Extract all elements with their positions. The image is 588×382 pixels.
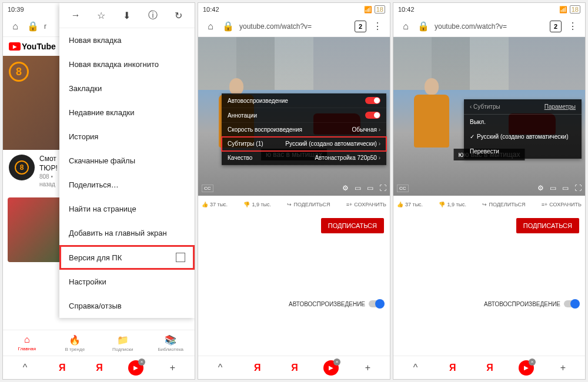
- download-icon[interactable]: ⬇: [121, 9, 133, 22]
- nav-home[interactable]: ⌂Главная: [3, 330, 51, 356]
- youtube-tab-icon[interactable]: ▶×: [128, 360, 143, 376]
- yandex-icon[interactable]: Я: [54, 360, 71, 376]
- more-icon[interactable]: ⋮: [371, 20, 384, 33]
- menu-top-row: → ☆ ⬇ ⓘ ↻: [59, 3, 195, 28]
- setting-autoplay[interactable]: Автовоспроизведение: [222, 93, 386, 108]
- reload-icon[interactable]: ↻: [172, 9, 185, 22]
- signal-icon: 📶: [364, 6, 372, 14]
- youtube-tab-icon[interactable]: ▶×: [519, 360, 534, 376]
- menu-desktop-version[interactable]: Версия для ПК: [59, 245, 195, 270]
- miniplayer-icon[interactable]: ▭: [355, 184, 361, 192]
- yandex-icon[interactable]: Я: [249, 360, 266, 376]
- subscribe-button[interactable]: ПОДПИСАТЬСЯ: [321, 218, 384, 233]
- miniplayer-icon[interactable]: ▭: [550, 184, 556, 192]
- chevron-up-icon[interactable]: ^: [407, 360, 424, 376]
- lock-icon: 🔒: [222, 20, 235, 33]
- menu-help[interactable]: Справка/отзыв: [59, 294, 195, 318]
- channel-avatar[interactable]: 8: [9, 155, 35, 180]
- back-button[interactable]: ‹ Субтитры: [470, 103, 500, 110]
- setting-speed[interactable]: Скорость воспроизведенияОбычная ›: [222, 123, 386, 137]
- plus-icon[interactable]: +: [554, 360, 571, 376]
- video-player[interactable]: ю вас в мытищах CC ⚙ ▭ ▭ ⛶ Автовоспроизв…: [198, 37, 390, 196]
- plus-icon[interactable]: +: [359, 360, 376, 376]
- yandex-icon[interactable]: Я: [91, 360, 108, 376]
- setting-quality[interactable]: КачествоАвтонастройка 720p50 ›: [222, 151, 386, 165]
- nav-library[interactable]: 📚Библиотека: [147, 330, 195, 356]
- autoplay-toggle[interactable]: [564, 300, 579, 307]
- youtube-bottom-nav: ⌂Главная 🔥В тренде 📁Подписки 📚Библиотека: [3, 330, 195, 356]
- menu-add-home[interactable]: Добавить на главный экран: [59, 221, 195, 245]
- close-icon[interactable]: ×: [529, 358, 536, 366]
- checkbox[interactable]: [176, 253, 185, 262]
- gear-icon[interactable]: ⚙: [537, 184, 544, 192]
- theater-icon[interactable]: ▭: [562, 184, 569, 192]
- dislike-button[interactable]: 👎1,9 тыс.: [243, 202, 271, 207]
- info-icon[interactable]: ⓘ: [146, 9, 159, 22]
- tabs-button[interactable]: 2: [550, 21, 562, 32]
- chevron-right-icon: ›: [379, 155, 380, 161]
- player-controls: ⚙ ▭ ▭ ⛶: [537, 184, 582, 192]
- phone-screenshot-3: 10:42 📶 18 ⌂ 🔒 youtube.com/watch?v= 2 ⋮ …: [393, 2, 586, 380]
- yandex-icon[interactable]: Я: [482, 360, 498, 376]
- like-button[interactable]: 👍37 тыс.: [397, 202, 423, 207]
- forward-icon[interactable]: →: [69, 9, 82, 22]
- status-icons: 📶 18: [364, 5, 385, 14]
- star-icon[interactable]: ☆: [95, 9, 108, 22]
- close-icon[interactable]: ×: [138, 358, 145, 366]
- autoplay-row: АВТОВОСПРОИЗВЕДЕНИЕ: [393, 297, 585, 311]
- player-controls: ⚙ ▭ ▭ ⛶: [342, 184, 386, 192]
- menu-new-tab[interactable]: Новая вкладка: [59, 28, 195, 52]
- menu-share[interactable]: Поделиться…: [59, 173, 195, 197]
- cc-badge: CC: [397, 185, 409, 192]
- share-button[interactable]: ↪ПОДЕЛИТЬСЯ: [482, 202, 525, 207]
- fullscreen-icon[interactable]: ⛶: [379, 184, 386, 192]
- menu-incognito[interactable]: Новая вкладка инкогнито: [59, 52, 195, 76]
- home-icon[interactable]: ⌂: [9, 20, 22, 33]
- yandex-icon[interactable]: Я: [286, 360, 303, 376]
- menu-bookmarks[interactable]: Закладки: [59, 76, 195, 100]
- share-button[interactable]: ↪ПОДЕЛИТЬСЯ: [287, 202, 330, 207]
- fullscreen-icon[interactable]: ⛶: [574, 184, 582, 192]
- url-bar[interactable]: youtube.com/watch?v=: [239, 22, 350, 31]
- check-icon: ✓: [470, 133, 475, 140]
- menu-history[interactable]: История: [59, 125, 195, 149]
- yandex-icon[interactable]: Я: [445, 360, 461, 376]
- save-button[interactable]: ≡+СОХРАНИТЬ: [346, 202, 386, 207]
- subtitle-translate[interactable]: Перевести: [464, 144, 582, 159]
- chevron-up-icon[interactable]: ^: [17, 360, 34, 376]
- setting-annotations[interactable]: Аннотации: [222, 108, 386, 123]
- toggle[interactable]: [365, 97, 380, 104]
- menu-recent[interactable]: Недавние вкладки: [59, 100, 195, 125]
- nav-subs[interactable]: 📁Подписки: [99, 330, 147, 356]
- menu-find[interactable]: Найти на странице: [59, 197, 195, 221]
- params-link[interactable]: Параметры: [544, 103, 576, 110]
- gear-icon[interactable]: ⚙: [342, 184, 349, 192]
- subscribe-button[interactable]: ПОДПИСАТЬСЯ: [516, 218, 579, 233]
- like-button[interactable]: 👍37 тыс.: [202, 202, 228, 207]
- phone-screenshot-2: 10:42 📶 18 ⌂ 🔒 youtube.com/watch?v= 2 ⋮ …: [198, 2, 390, 380]
- menu-settings[interactable]: Настройки: [59, 270, 195, 294]
- youtube-tab-icon[interactable]: ▶×: [323, 360, 339, 376]
- subtitle-russian[interactable]: ✓Русский (создано автоматически): [464, 129, 582, 144]
- nav-trending[interactable]: 🔥В тренде: [51, 330, 99, 356]
- subtitle-off[interactable]: Выкл.: [464, 115, 582, 129]
- close-icon[interactable]: ×: [333, 358, 340, 366]
- youtube-logo[interactable]: ▶ YouTube: [9, 42, 56, 51]
- fire-icon: 🔥: [69, 334, 81, 346]
- theater-icon[interactable]: ▭: [367, 184, 373, 192]
- battery-icon: 18: [570, 5, 580, 14]
- home-icon[interactable]: ⌂: [399, 20, 412, 33]
- video-player[interactable]: юю вас в мытищах CC ⚙ ▭ ▭ ⛶ ‹ Субтитры П…: [393, 37, 585, 196]
- autoplay-toggle[interactable]: [369, 300, 384, 307]
- tabs-button[interactable]: 2: [355, 21, 366, 32]
- chevron-up-icon[interactable]: ^: [212, 360, 229, 376]
- home-icon[interactable]: ⌂: [204, 20, 217, 33]
- more-icon[interactable]: ⋮: [566, 20, 579, 33]
- plus-icon[interactable]: +: [164, 360, 181, 376]
- menu-downloads[interactable]: Скачанные файлы: [59, 149, 195, 173]
- save-button[interactable]: ≡+СОХРАНИТЬ: [542, 202, 582, 207]
- dislike-button[interactable]: 👎1,9 тыс.: [439, 202, 466, 207]
- url-bar[interactable]: youtube.com/watch?v=: [435, 22, 545, 31]
- toggle[interactable]: [365, 112, 380, 119]
- setting-subtitles[interactable]: Субтитры (1)Русский (создано автоматичес…: [222, 137, 386, 151]
